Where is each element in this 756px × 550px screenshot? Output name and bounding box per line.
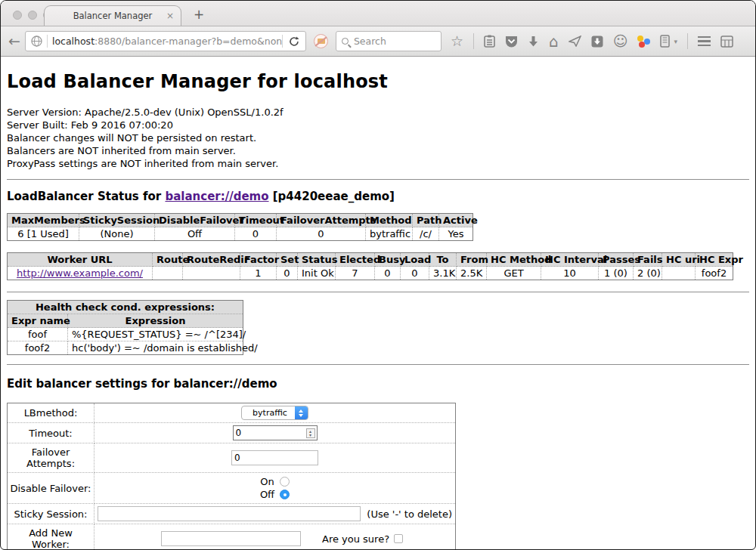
val-hc-method: GET xyxy=(487,267,541,280)
val-path: /c/ xyxy=(413,227,439,241)
timeout-row: Timeout: ▴▾ xyxy=(8,423,456,443)
sticky-session-label: Sticky Session: xyxy=(8,504,94,524)
worker-url-link[interactable]: http://www.example.com/ xyxy=(17,267,143,279)
reload-icon[interactable] xyxy=(289,36,299,47)
globe-icon xyxy=(31,36,42,47)
col-hc-method: HC Method xyxy=(487,253,541,267)
radio-off-label: Off xyxy=(260,489,274,500)
add-worker-input[interactable] xyxy=(161,531,301,546)
timeout-input[interactable] xyxy=(233,425,318,440)
col-route: Route xyxy=(153,253,183,267)
col-load: Load xyxy=(401,253,429,267)
val-route xyxy=(153,267,183,280)
col-expression: Expression xyxy=(68,314,243,328)
val-to: 3.1K xyxy=(429,267,457,280)
val-from: 2.5K xyxy=(457,267,487,280)
minimize-window-button[interactable] xyxy=(28,11,37,20)
feedback-smiley-icon[interactable]: ☺ xyxy=(613,34,628,48)
expr-name: foof xyxy=(8,328,68,341)
balancer-demo-link[interactable]: balancer://demo xyxy=(165,190,268,203)
val-status: Init Ok xyxy=(298,267,336,280)
url-bar[interactable]: localhost:8880/balancer-manager?b=demo&n… xyxy=(25,31,306,51)
search-icon xyxy=(342,38,349,45)
table-header-row: Expr name Expression xyxy=(8,314,243,328)
col-path: Path xyxy=(413,214,439,227)
col-hc-uri: HC uri xyxy=(662,253,696,267)
confirm-label: Are you sure? xyxy=(322,533,389,545)
col-passes: Passes xyxy=(599,253,634,267)
val-method: bytraffic xyxy=(366,227,413,241)
expr-name: foof2 xyxy=(8,341,68,355)
col-failoverattempts: FailoverAttempts xyxy=(277,214,366,227)
disable-failover-row: Disable Failover: On Off xyxy=(8,473,456,504)
val-factor: 1 xyxy=(240,267,277,280)
tab-title: Balancer Manager xyxy=(45,11,181,21)
number-stepper-icon[interactable]: ▴▾ xyxy=(306,428,315,438)
pocket-icon[interactable] xyxy=(505,36,518,48)
tab-close-icon[interactable]: × xyxy=(166,11,174,21)
col-to: To xyxy=(429,253,457,267)
tab-balancer-manager[interactable]: Balancer Manager × xyxy=(44,5,181,26)
customize-grid-icon[interactable] xyxy=(720,36,733,48)
sidebar-panel-icon[interactable] xyxy=(660,35,670,48)
col-disablefailover: DisableFailover xyxy=(155,214,235,227)
val-hc-uri xyxy=(662,267,696,280)
table-header-row: MaxMembers StickySession DisableFailover… xyxy=(8,214,473,227)
table-row: 6 [1 Used] (None) Off 0 0 bytraffic /c/ … xyxy=(8,227,473,241)
expr-value: hc('body') =~ /domain is established/ xyxy=(68,341,243,355)
edit-balancer-heading: Edit balancer settings for balancer://de… xyxy=(7,377,749,391)
col-routeredir: RouteRedir xyxy=(183,253,240,267)
table-row: foof2 hc('body') =~ /domain is establish… xyxy=(8,341,243,355)
sticky-session-input[interactable] xyxy=(98,506,361,521)
col-expr-name: Expr name xyxy=(8,314,68,328)
table-row: http://www.example.com/ 1 0 Init Ok 7 0 … xyxy=(8,267,733,280)
balancer-status-table: MaxMembers StickySession DisableFailover… xyxy=(7,213,473,241)
table-header-row: Worker URL Route RouteRedir Factor Set S… xyxy=(8,253,733,267)
send-icon[interactable] xyxy=(569,36,581,47)
panel-download-icon[interactable] xyxy=(591,36,603,48)
colored-dots-extension-icon[interactable] xyxy=(637,35,650,48)
col-elected: Elected xyxy=(336,253,375,267)
url-host: localhost xyxy=(52,36,94,47)
home-icon[interactable]: ⌂ xyxy=(549,34,559,49)
loadbalancer-status-heading: LoadBalancer Status for balancer://demo … xyxy=(7,190,749,203)
search-bar[interactable]: Search xyxy=(336,31,442,51)
disable-failover-label: Disable Failover: xyxy=(8,473,94,504)
sticky-session-cell: (Use '-' to delete) xyxy=(94,504,456,524)
val-active: Yes xyxy=(439,227,473,241)
tab-strip: Balancer Manager × + xyxy=(1,1,755,26)
failover-attempts-input[interactable] xyxy=(231,450,318,465)
browser-window: Balancer Manager × + ← localhost:8880/ba… xyxy=(0,0,756,550)
url-text[interactable]: localhost:8880/balancer-manager?b=demo&n… xyxy=(48,36,282,47)
confirm-checkbox[interactable] xyxy=(394,534,403,543)
hc-title-row: Health check cond. expressions: xyxy=(8,301,243,314)
lbmethod-select[interactable]: bytraffic xyxy=(241,406,308,420)
disable-failover-cell: On Off xyxy=(94,473,456,504)
lbmethod-cell: bytraffic xyxy=(94,403,456,423)
val-disablefailover: Off xyxy=(155,227,235,241)
col-busy: Busy xyxy=(375,253,401,267)
expr-value: %{REQUEST_STATUS} =~ /^[234]/ xyxy=(68,328,243,341)
val-failoverattempts: 0 xyxy=(277,227,366,241)
toolbar-divider2 xyxy=(687,33,688,49)
radio-on[interactable] xyxy=(280,477,290,487)
page-content: Load Balancer Manager for localhost Serv… xyxy=(1,71,755,550)
col-timeout: Timeout xyxy=(235,214,277,227)
balancer-settings-form: LBmethod: bytraffic Timeout: ▴▾ Failover… xyxy=(7,403,456,550)
download-icon[interactable] xyxy=(528,36,539,48)
add-worker-row: Add New Worker: Are you sure? xyxy=(8,524,456,550)
new-tab-button[interactable]: + xyxy=(194,8,204,21)
chevron-down-icon[interactable]: ▾ xyxy=(674,38,677,45)
menu-hamburger-icon[interactable] xyxy=(698,36,711,46)
close-window-button[interactable] xyxy=(13,11,22,20)
adblock-disabled-icon[interactable] xyxy=(314,34,328,48)
lbmethod-selected-value: bytraffic xyxy=(242,408,295,418)
sticky-session-hint: (Use '-' to delete) xyxy=(367,508,452,520)
url-divider2 xyxy=(282,35,283,48)
val-elected: 7 xyxy=(336,267,375,280)
radio-off[interactable] xyxy=(280,490,290,499)
server-built-line: Server Built: Feb 9 2016 07:00:20 xyxy=(7,119,749,131)
back-icon[interactable]: ← xyxy=(8,34,20,48)
bookmark-star-icon[interactable]: ☆ xyxy=(451,34,463,48)
reading-list-icon[interactable] xyxy=(484,35,495,48)
